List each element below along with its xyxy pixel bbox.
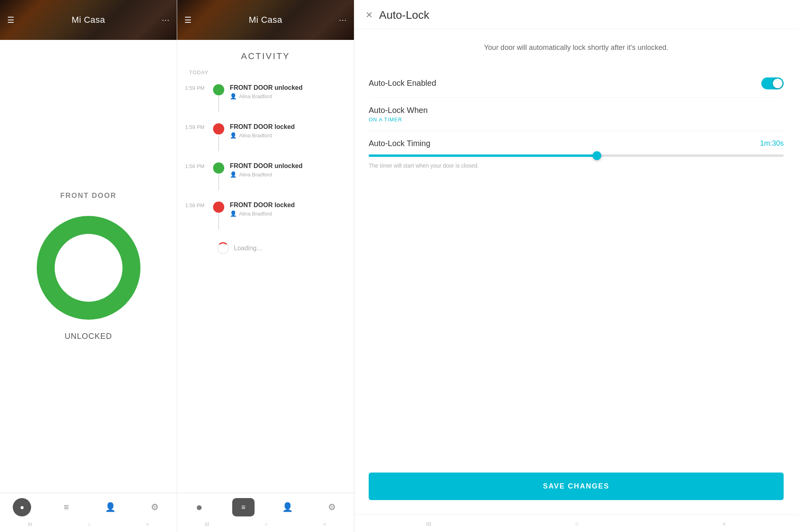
toggle-thumb [773, 79, 782, 88]
activity-connector-4 [218, 214, 219, 229]
lock-section: FRONT DOOR UNLOCKED [0, 40, 177, 492]
activity-item-1: 1:59 PM FRONT DOOR unlocked 👤 Alina Brad… [185, 79, 346, 118]
activity-connector-3 [218, 174, 219, 190]
list-icon-mid: ≡ [232, 498, 255, 516]
bottom-nav-left-bar: ● ≡ 👤 ⚙ [0, 493, 177, 520]
autolock-description: Your door will automatically lock shortl… [476, 42, 676, 53]
nav-item-list-left[interactable]: ≡ [54, 502, 78, 512]
gesture-circle-mid: ○ [265, 521, 268, 527]
lock-ring[interactable] [37, 216, 140, 320]
today-label: TODAY [177, 65, 354, 79]
slider-header: Auto-Lock Timing 1m:30s [369, 139, 784, 148]
lock-status-label: UNLOCKED [65, 332, 112, 341]
front-door-label: FRONT DOOR [60, 192, 117, 200]
activity-dot-1 [213, 84, 224, 95]
autolock-body: Your door will automatically lock shortl… [354, 29, 798, 473]
activity-content-1: FRONT DOOR unlocked 👤 Alina Bradford [230, 84, 346, 99]
nav-item-settings-left[interactable]: ⚙ [143, 502, 167, 512]
activity-username-2: Alina Bradford [239, 133, 272, 138]
activity-panel: ☰ Mi Casa ⋯ ACTIVITY TODAY 1:59 PM FRONT… [177, 0, 354, 532]
activity-user-3: 👤 Alina Bradford [230, 171, 346, 178]
activity-content-3: FRONT DOOR unlocked 👤 Alina Bradford [230, 162, 346, 178]
autolock-panel: ✕ Auto-Lock Your door will automatically… [354, 0, 798, 532]
gesture-bar-left: III [28, 521, 32, 527]
menu-icon[interactable]: ☰ [7, 15, 14, 25]
gesture-bar-mid: III [205, 521, 209, 527]
gesture-circle-right: ○ [575, 520, 579, 527]
more-options-icon[interactable]: ⋯ [162, 15, 170, 25]
activity-section: ACTIVITY TODAY 1:59 PM FRONT DOOR unlock… [177, 40, 354, 492]
nav-item-user-mid[interactable]: 👤 [276, 502, 300, 512]
bottom-nav-middle-bar: ● ≡ 👤 ⚙ [177, 493, 354, 520]
nav-item-home-mid[interactable]: ● [187, 501, 211, 514]
autolock-when-label: Auto-Lock When [369, 106, 428, 115]
activity-dot-2 [213, 123, 224, 134]
activity-time-3: 1:58 PM [185, 162, 213, 169]
activity-username-1: Alina Bradford [239, 93, 272, 99]
autolock-timing-value: 1m:30s [760, 139, 784, 148]
activity-time-4: 1:58 PM [185, 202, 213, 208]
close-button[interactable]: ✕ [365, 11, 373, 20]
nav-item-list-mid[interactable]: ≡ [231, 498, 255, 516]
activity-list: 1:59 PM FRONT DOOR unlocked 👤 Alina Brad… [177, 79, 354, 492]
activity-dot-3 [213, 162, 224, 174]
activity-connector-1 [218, 96, 219, 112]
activity-event-3: FRONT DOOR unlocked [230, 162, 346, 170]
activity-user-2: 👤 Alina Bradford [230, 132, 346, 138]
nav-item-home-left[interactable]: ● [10, 498, 34, 516]
activity-icon-col-4 [213, 202, 224, 229]
user-avatar-icon-3: 👤 [230, 171, 237, 178]
autolock-enabled-row: Auto-Lock Enabled [369, 69, 784, 98]
gesture-back-right: < [723, 520, 726, 527]
save-changes-button[interactable]: SAVE CHANGES [369, 473, 784, 500]
autolock-when-row: Auto-Lock When ON A TIMER [369, 98, 784, 131]
autolock-toggle[interactable] [761, 77, 784, 89]
nav-item-settings-mid[interactable]: ⚙ [320, 502, 344, 512]
settings-icon-mid: ⚙ [328, 502, 336, 512]
activity-icon-col-3 [213, 162, 224, 190]
activity-username-3: Alina Bradford [239, 172, 272, 178]
lock-ring-inner [55, 234, 122, 302]
activity-username-4: Alina Bradford [239, 211, 272, 217]
list-icon-left: ≡ [64, 502, 69, 512]
activity-event-1: FRONT DOOR unlocked [230, 84, 346, 91]
activity-icon-col-2 [213, 123, 224, 151]
nav-item-user-left[interactable]: 👤 [99, 502, 122, 512]
menu-icon-middle[interactable]: ☰ [184, 15, 192, 25]
user-avatar-icon-2: 👤 [230, 132, 237, 138]
bottom-nav-right: III ○ < [354, 514, 798, 532]
user-avatar-icon-4: 👤 [230, 210, 237, 217]
loading-item: Loading... [185, 235, 346, 261]
autolock-header: ✕ Auto-Lock [354, 0, 798, 29]
lock-status-panel: ☰ Mi Casa ⋯ FRONT DOOR UNLOCKED ● ≡ 👤 [0, 0, 177, 532]
user-avatar-icon-1: 👤 [230, 93, 237, 99]
activity-event-2: FRONT DOOR locked [230, 123, 346, 131]
activity-user-4: 👤 Alina Bradford [230, 210, 346, 217]
settings-icon-left: ⚙ [151, 502, 159, 512]
activity-dot-4 [213, 202, 224, 213]
slider-track[interactable] [369, 154, 784, 157]
activity-content-2: FRONT DOOR locked 👤 Alina Bradford [230, 123, 346, 138]
activity-event-4: FRONT DOOR locked [230, 202, 346, 209]
bottom-nav-left: ● ≡ 👤 ⚙ III ○ < [0, 492, 177, 532]
autolock-when-group: Auto-Lock When ON A TIMER [369, 106, 428, 123]
slider-thumb[interactable] [593, 151, 601, 160]
activity-user-1: 👤 Alina Bradford [230, 93, 346, 99]
home-icon-mid: ● [196, 501, 203, 514]
autolock-enabled-label: Auto-Lock Enabled [369, 79, 436, 88]
autolock-timing-label: Auto-Lock Timing [369, 139, 431, 148]
gesture-circle-left: ○ [87, 521, 91, 527]
gesture-back-left: < [146, 521, 149, 527]
panel-middle-title: Mi Casa [249, 15, 282, 25]
slider-hint: The timer will start when your door is c… [369, 162, 784, 169]
home-icon-left: ● [13, 498, 31, 516]
panel-left-header: ☰ Mi Casa ⋯ [0, 0, 177, 40]
activity-time-2: 1:59 PM [185, 123, 213, 130]
gesture-bar-right: III [426, 520, 431, 527]
autolock-when-sub: ON A TIMER [369, 117, 428, 123]
activity-connector-2 [218, 135, 219, 151]
more-options-icon-middle[interactable]: ⋯ [339, 15, 347, 25]
bottom-nav-middle: ● ≡ 👤 ⚙ III ○ < [177, 492, 354, 532]
activity-content-4: FRONT DOOR locked 👤 Alina Bradford [230, 202, 346, 217]
gesture-back-mid: < [323, 521, 326, 527]
